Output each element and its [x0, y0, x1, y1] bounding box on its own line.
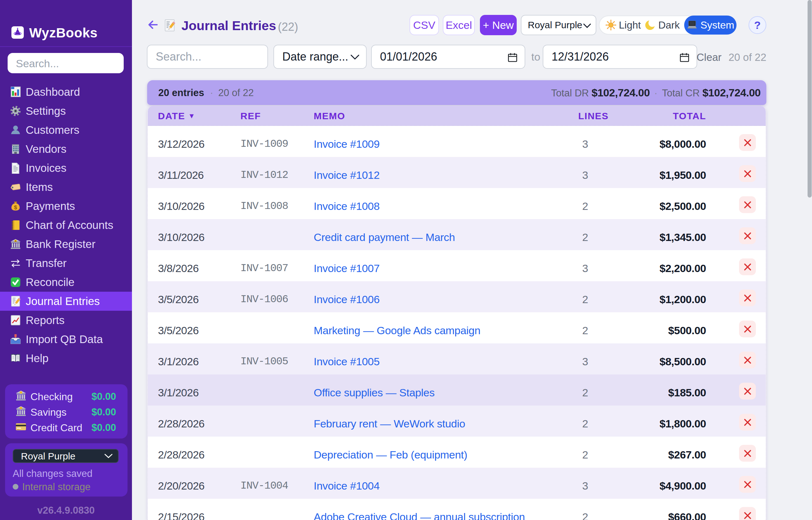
svg-text:$: $ — [14, 205, 17, 211]
